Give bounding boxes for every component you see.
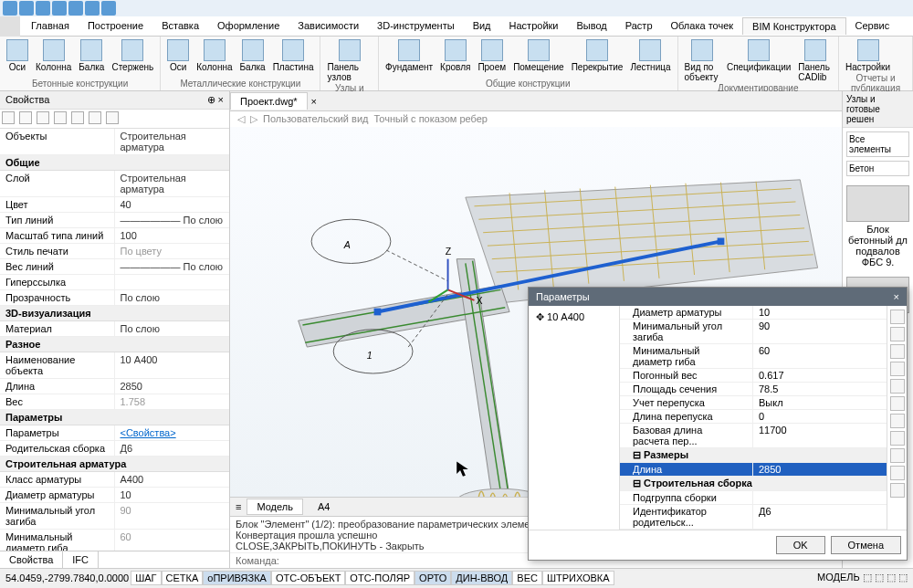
layout-menu-icon[interactable]: ≡ (236, 501, 241, 512)
ribbon-button[interactable]: Лестница (627, 38, 673, 73)
tb-icon[interactable] (71, 111, 84, 124)
ribbon-button[interactable]: Балка (237, 38, 268, 73)
status-toggle[interactable]: оПРИВЯЗКА (203, 571, 271, 585)
ribbon-button[interactable]: Вид по объекту (682, 38, 722, 83)
dlg-row[interactable]: Длина перепуска0 (620, 410, 887, 424)
menu-tab[interactable]: Вывод (567, 17, 615, 35)
side-icon[interactable] (890, 431, 905, 446)
dlg-row[interactable]: Идентификатор родительск...Д6 (620, 505, 887, 530)
ribbon-button[interactable]: Спецификации (724, 38, 793, 83)
qat-icon[interactable] (68, 1, 83, 16)
tb-icon[interactable] (37, 111, 49, 124)
status-toggle[interactable]: СЕТКА (162, 571, 204, 585)
ribbon-button[interactable]: Перекрытие (569, 38, 626, 73)
status-icon[interactable]: ⬚ ⬚ ⬚ ⬚ (863, 572, 908, 583)
nav-right-icon[interactable]: ▷ (250, 113, 257, 125)
dlg-value[interactable]: Выкл (753, 396, 887, 409)
status-toggle[interactable]: ШАГ (131, 571, 161, 585)
qat-icon[interactable] (19, 1, 34, 16)
category[interactable]: Бетон (846, 161, 909, 176)
dlg-row[interactable]: Диаметр арматуры10 (620, 306, 887, 320)
prop-section[interactable]: Разное (0, 337, 229, 352)
ribbon-button[interactable]: Панель узлов (324, 38, 374, 83)
status-model[interactable]: МОДЕЛЬ (817, 572, 860, 583)
dlg-row[interactable]: Погонный вес0.617 (620, 369, 887, 383)
dlg-row[interactable]: Учет перепускаВыкл (620, 396, 887, 410)
show-elements[interactable]: Все элементы (846, 131, 909, 157)
prop-value[interactable]: —————— По слою (115, 213, 230, 227)
side-icon[interactable] (890, 344, 905, 359)
ribbon-button[interactable]: Проем (475, 38, 509, 73)
menu-tab[interactable]: Оформление (208, 17, 289, 35)
side-icon[interactable] (890, 414, 905, 428)
status-toggle[interactable]: ШТРИХОВКА (542, 571, 614, 585)
ribbon-button[interactable]: Оси (164, 38, 192, 73)
prop-value[interactable] (115, 275, 230, 289)
prop-value[interactable]: 90 (115, 503, 230, 529)
prop-section[interactable]: 3D-визуализация (0, 306, 229, 321)
ribbon-button[interactable]: Помещение (510, 38, 567, 73)
ribbon-button[interactable]: Колонна (33, 38, 74, 73)
prop-value[interactable]: Строительная арматура (115, 171, 230, 196)
menu-tab[interactable]: Вставка (152, 17, 208, 35)
ok-button[interactable]: OK (776, 536, 825, 554)
side-icon[interactable] (890, 483, 905, 498)
prop-section[interactable]: Общие (0, 155, 229, 171)
dialog-title-bar[interactable]: Параметры × (529, 288, 907, 306)
prop-value[interactable]: По цвету (115, 244, 230, 258)
doc-tab[interactable]: Проект.dwg* (230, 92, 308, 110)
nav-left-icon[interactable]: ◁ (237, 113, 245, 125)
dlg-value[interactable]: 90 (753, 320, 887, 343)
ribbon-button[interactable]: Балка (76, 38, 107, 73)
ribbon-button[interactable]: Настройки (843, 38, 893, 73)
prop-value[interactable]: 100 (115, 228, 230, 243)
dlg-value[interactable]: Д6 (753, 505, 887, 529)
tb-icon[interactable] (54, 111, 67, 124)
tb-icon[interactable] (106, 111, 119, 124)
visual-style[interactable]: Точный с показом ребер (373, 113, 488, 125)
tb-icon[interactable] (19, 111, 32, 124)
prop-value[interactable]: А400 (115, 472, 230, 487)
ribbon-button[interactable]: Стержень (109, 38, 156, 73)
dlg-value[interactable]: 11700 (753, 424, 887, 447)
app-icon[interactable] (0, 16, 20, 37)
status-toggle[interactable]: ВЕС (512, 571, 542, 585)
prop-value[interactable]: 10 А400 (115, 352, 230, 378)
dlg-section[interactable]: ⊟ Строительная сборка (620, 477, 887, 491)
dlg-value[interactable]: 10 (753, 306, 887, 319)
prop-value[interactable]: 40 (115, 197, 230, 212)
menu-tab[interactable]: Облака точек (662, 17, 743, 35)
side-icon[interactable] (890, 396, 905, 411)
prop-value[interactable]: 2850 (115, 379, 230, 394)
tab-ifc[interactable]: IFC (63, 551, 99, 568)
side-icon[interactable] (890, 448, 905, 463)
dlg-value[interactable]: 0 (753, 410, 887, 423)
prop-value[interactable]: Д6 (115, 441, 230, 456)
side-icon[interactable] (890, 310, 905, 324)
menu-tab[interactable]: BIM Конструктора (742, 17, 845, 35)
menu-tab[interactable]: Настройки (500, 17, 568, 35)
qat-icon[interactable] (3, 1, 17, 16)
prop-value[interactable]: По слою (115, 321, 230, 336)
side-icon[interactable] (890, 327, 905, 341)
tb-icon[interactable] (2, 111, 15, 124)
qat-icon[interactable] (85, 1, 100, 16)
tree-item[interactable]: ✥ 10 А400 (532, 310, 615, 325)
prop-section[interactable]: Строительная арматура (0, 457, 229, 472)
dlg-section[interactable]: ⊟ Размеры (620, 448, 887, 463)
panel-pin-icon[interactable]: ⊕ × (207, 94, 224, 106)
ribbon-button[interactable]: Пластина (270, 38, 317, 73)
status-toggle[interactable]: ДИН-ВВОД (451, 571, 512, 585)
prop-value[interactable]: 1.758 (115, 394, 230, 409)
dlg-row[interactable]: Минимальный диаметр гиба60 (620, 344, 887, 369)
menu-tab[interactable]: Зависимости (289, 17, 368, 35)
ribbon-button[interactable]: Фундамент (383, 38, 436, 73)
side-icon[interactable] (890, 466, 905, 480)
qat-icon[interactable] (101, 1, 116, 16)
prop-value[interactable]: —————— По слою (115, 259, 230, 274)
menu-tab[interactable]: Построение (79, 17, 152, 35)
dlg-value[interactable]: 60 (753, 344, 887, 368)
ribbon-button[interactable]: Колонна (194, 38, 235, 73)
dlg-row[interactable]: Площадь сечения78.5 (620, 383, 887, 396)
palette-item[interactable]: Блок бетонный дл подвалов ФБС 9. (843, 180, 913, 271)
